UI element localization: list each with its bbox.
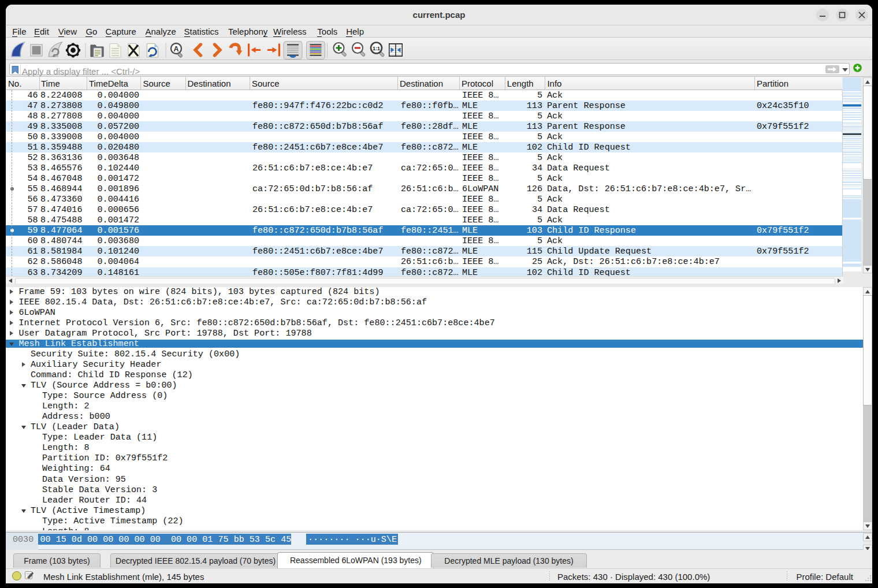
svg-text:1:1: 1:1 [373, 46, 380, 51]
svg-text:A: A [173, 45, 178, 53]
